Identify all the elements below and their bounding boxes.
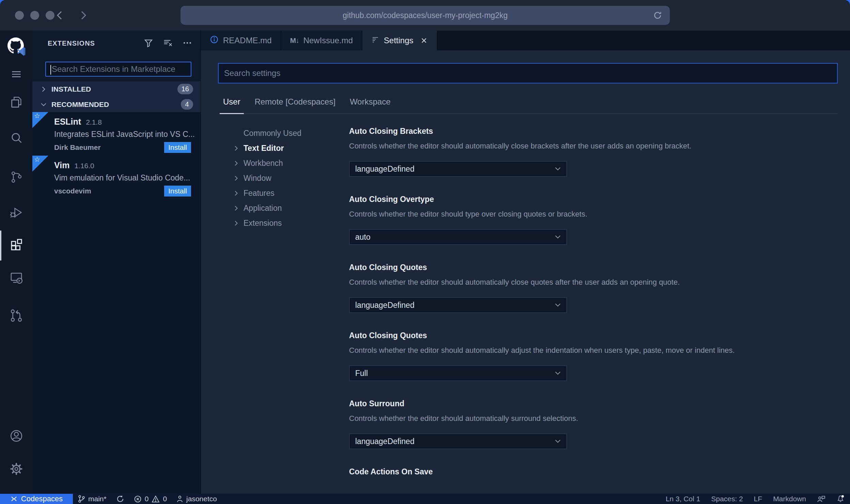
language-mode[interactable]: Markdown <box>768 494 812 504</box>
tab-settings[interactable]: Settings <box>362 31 438 50</box>
extensions-section-header[interactable]: RECOMMENDED 4 <box>32 97 201 112</box>
setting-value-dropdown[interactable]: Full <box>349 365 567 381</box>
setting-title: Auto Closing Overtype <box>349 194 843 204</box>
filter-icon[interactable] <box>143 38 154 49</box>
setting-description: Controls whether the editor should autom… <box>349 278 843 287</box>
back-icon[interactable] <box>54 9 65 22</box>
setting-title: Code Actions On Save <box>349 467 843 476</box>
setting-item: Auto Closing Brackets Controls whether t… <box>349 126 843 177</box>
install-button[interactable]: Install <box>164 186 191 196</box>
notifications-bell-icon[interactable] <box>831 494 850 504</box>
window-minimize-button[interactable] <box>30 11 39 20</box>
star-icon: ☆ <box>34 156 40 163</box>
account-icon[interactable] <box>0 425 32 447</box>
indentation[interactable]: Spaces: 2 <box>706 494 748 504</box>
run-debug-icon[interactable] <box>0 202 32 223</box>
section-label: INSTALLED <box>51 85 91 93</box>
workbench: EXTENSIONS <box>0 31 850 494</box>
feedback-icon[interactable] <box>812 494 831 504</box>
warnings-count: 0 <box>163 495 167 503</box>
menu-icon[interactable] <box>0 63 32 85</box>
more-actions-icon[interactable] <box>182 38 192 49</box>
section-count-badge: 16 <box>177 84 193 94</box>
setting-value-dropdown[interactable]: languageDefined <box>349 161 567 177</box>
extension-description: Integrates ESLint JavaScript into VS C..… <box>54 130 197 139</box>
chevron-down-icon <box>555 439 561 443</box>
tab-newissue[interactable]: M↓ NewIssue.md <box>281 31 362 50</box>
settings-toc: Commonly Used Text Editor <box>233 126 339 231</box>
settings-scope-tab[interactable]: User <box>223 97 240 113</box>
extensions-sidebar: EXTENSIONS <box>32 31 201 494</box>
settings-scope-tab[interactable]: Workspace <box>350 97 391 113</box>
window-close-button[interactable] <box>15 11 24 20</box>
explorer-icon[interactable] <box>0 91 32 113</box>
tab-readme[interactable]: README.md <box>201 31 281 50</box>
editor-area: README.md M↓ NewIssue.md Settings <box>201 31 850 494</box>
user-label: jasonetco <box>186 495 217 503</box>
settings-gear-icon[interactable] <box>0 458 32 480</box>
clear-extensions-input-icon[interactable] <box>162 38 173 49</box>
toc-item[interactable]: Extensions <box>233 216 339 231</box>
toc-item[interactable]: Text Editor <box>233 141 339 156</box>
window-maximize-button[interactable] <box>46 11 54 20</box>
toc-item[interactable]: Application <box>233 201 339 216</box>
github-pull-request-icon[interactable] <box>0 304 32 326</box>
setting-description: Controls whether the editor should autom… <box>349 346 843 355</box>
status-bar: Codespaces main* 0 0 jasonetco Ln 3, Col… <box>0 494 850 504</box>
eol-sequence[interactable]: LF <box>749 494 768 504</box>
browser-titlebar: github.com/codespaces/user-my-project-mg… <box>0 0 850 31</box>
remote-explorer-icon[interactable] <box>0 267 32 288</box>
toc-label: Application <box>243 204 282 213</box>
chevron-icon <box>233 190 243 196</box>
setting-title: Auto Surround <box>349 399 843 408</box>
extensions-search-input[interactable] <box>46 62 191 76</box>
github-codespaces-logo-icon[interactable] <box>0 35 32 57</box>
toc-item[interactable]: Commonly Used <box>233 126 339 141</box>
user-status[interactable]: jasonetco <box>172 494 222 504</box>
setting-title: Auto Closing Quotes <box>349 331 843 340</box>
problems-status[interactable]: 0 0 <box>129 494 172 504</box>
address-bar[interactable]: github.com/codespaces/user-my-project-mg… <box>180 6 670 25</box>
chevron-icon <box>41 86 47 92</box>
toc-item[interactable]: Window <box>233 171 339 186</box>
setting-value-dropdown[interactable]: languageDefined <box>349 297 567 313</box>
extension-description: Vim emulation for Visual Studio Code... <box>54 173 197 183</box>
chevron-icon <box>233 145 243 151</box>
editor-tabs: README.md M↓ NewIssue.md Settings <box>201 31 850 50</box>
install-button[interactable]: Install <box>164 142 191 153</box>
source-control-icon[interactable] <box>0 166 32 188</box>
setting-description: Controls whether the editor should autom… <box>349 141 843 151</box>
tab-label: README.md <box>223 36 272 45</box>
toc-label: Window <box>243 174 271 183</box>
toc-item[interactable]: Workbench <box>233 156 339 171</box>
extensions-section-header[interactable]: INSTALLED 16 <box>32 81 201 97</box>
extension-list-item[interactable]: ☆ Vim 1.16.0 Vim emulation for Visual St… <box>32 156 201 199</box>
settings-search-input[interactable] <box>219 64 837 83</box>
extension-list-item[interactable]: ☆ ESLint 2.1.8 Integrates ESLint JavaScr… <box>32 112 201 156</box>
forward-icon[interactable] <box>78 9 89 22</box>
settings-scope-tabs: User Remote [Codespaces] Workspace <box>223 91 838 114</box>
info-icon <box>210 35 219 46</box>
browser-window: github.com/codespaces/user-my-project-mg… <box>0 0 850 504</box>
settings-list: Auto Closing Brackets Controls whether t… <box>349 126 843 494</box>
toc-label: Extensions <box>243 219 282 228</box>
section-count-badge: 4 <box>181 99 193 110</box>
cursor-position[interactable]: Ln 3, Col 1 <box>660 494 706 504</box>
branch-status[interactable]: main* <box>73 494 111 504</box>
extension-version: 2.1.8 <box>86 118 102 126</box>
close-tab-icon[interactable] <box>420 36 428 45</box>
setting-value-dropdown[interactable]: auto <box>349 229 567 245</box>
star-icon: ☆ <box>34 112 40 119</box>
settings-scope-tab[interactable]: Remote [Codespaces] <box>255 97 335 113</box>
setting-value-dropdown[interactable]: languageDefined <box>349 434 567 449</box>
extensions-icon[interactable] <box>0 233 32 255</box>
sync-status[interactable] <box>111 494 129 504</box>
reload-icon[interactable] <box>653 11 662 21</box>
toc-label: Workbench <box>243 159 283 168</box>
errors-count: 0 <box>145 495 149 503</box>
search-icon[interactable] <box>0 127 32 149</box>
toc-item[interactable]: Features <box>233 186 339 201</box>
remote-indicator[interactable]: Codespaces <box>0 494 73 504</box>
extension-author: vscodevim <box>54 187 91 195</box>
chevron-icon <box>233 175 243 181</box>
